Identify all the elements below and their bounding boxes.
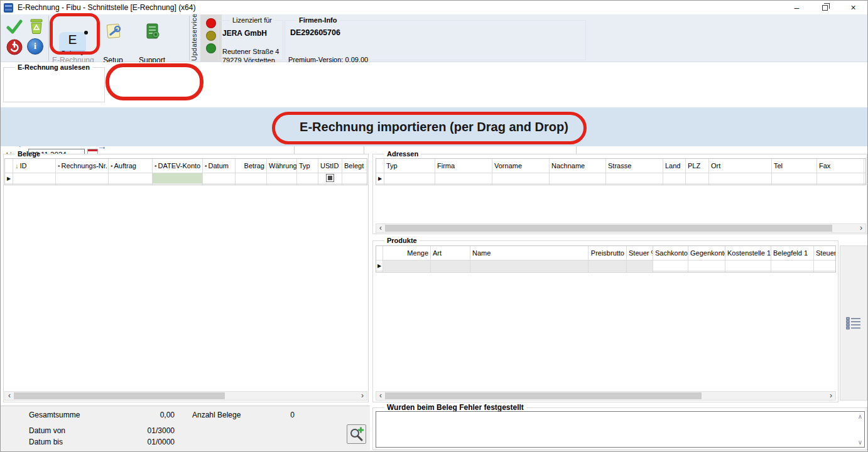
license-legend: Lizenziert für <box>232 16 272 24</box>
produkte-cell[interactable] <box>688 261 725 271</box>
belege-col-auftrag[interactable]: •Auftrag <box>109 159 152 173</box>
belege-cell[interactable] <box>297 173 318 184</box>
minimize-button[interactable]: – <box>783 1 811 14</box>
exit-button[interactable] <box>6 38 23 56</box>
belege-col-waehrung[interactable]: Währung <box>267 159 296 173</box>
adressen-row-selector[interactable]: ▶ <box>376 173 384 184</box>
detail-view-panel[interactable] <box>840 245 867 401</box>
produkte-col-kostenstelle[interactable]: Kostenstelle 1 <box>725 246 771 261</box>
scroll-up-icon[interactable]: ∧ <box>858 413 862 420</box>
produkte-horizontal-scrollbar[interactable]: ‹ › <box>376 391 836 401</box>
adressen-col-vorname[interactable]: Vorname <box>492 159 549 173</box>
adressen-cell[interactable] <box>384 173 435 184</box>
errors-textbox[interactable]: ∧ ∨ <box>376 411 865 448</box>
datum-bis-value: 01/0000 <box>114 438 175 446</box>
adressen-cell[interactable] <box>606 173 663 184</box>
close-button[interactable]: × <box>839 1 867 14</box>
restore-button[interactable] <box>811 1 839 14</box>
adressen-col-typ[interactable]: Typ <box>384 159 435 173</box>
setup-icon <box>104 22 122 40</box>
belege-cell[interactable] <box>109 173 152 184</box>
belege-cell[interactable] <box>267 173 296 184</box>
scroll-right-icon[interactable]: › <box>827 392 835 400</box>
produkte-col-sachkonto[interactable]: Sachkonto <box>653 246 688 261</box>
adressen-col-plz[interactable]: PLZ <box>686 159 708 173</box>
scroll-left-icon[interactable]: ‹ <box>5 392 14 400</box>
belege-cell[interactable] <box>203 173 235 184</box>
produkte-scroll-thumb[interactable] <box>385 392 702 399</box>
adressen-col-ort[interactable]: Ort <box>709 159 771 173</box>
info-button[interactable]: i <box>27 38 43 55</box>
produkte-col-name[interactable]: Name <box>470 246 588 261</box>
adressen-cell[interactable] <box>817 173 864 184</box>
produkte-table: ▶ Menge Art Name Preisbrutto Steuer % Sa… <box>376 245 836 272</box>
scroll-left-icon[interactable]: ‹ <box>376 224 385 232</box>
status-light-yellow-icon <box>206 31 216 41</box>
belege-cell-ustid[interactable] <box>318 173 342 184</box>
belege-cell[interactable] <box>13 173 55 184</box>
produkte-cell[interactable] <box>814 261 836 271</box>
produkte-cell[interactable] <box>627 261 653 271</box>
produkte-col-preisbrutto[interactable]: Preisbrutto <box>589 246 626 261</box>
adressen-scroll-thumb[interactable] <box>385 225 832 232</box>
produkte-col-steuerschluessel[interactable]: Steuersch <box>814 246 836 261</box>
scroll-down-icon[interactable]: ∨ <box>858 439 862 446</box>
produkte-col-art[interactable]: Art <box>431 246 470 261</box>
scroll-right-icon[interactable]: › <box>358 392 367 400</box>
adressen-col-tel[interactable]: Tel <box>772 159 816 173</box>
adressen-col-fax[interactable]: Fax <box>817 159 864 173</box>
belege-cell[interactable] <box>236 173 266 184</box>
produkte-cell[interactable] <box>725 261 771 271</box>
belege-col-rechnungsnr[interactable]: •Rechnungs-Nr. <box>56 159 108 173</box>
scroll-right-icon[interactable]: › <box>857 224 865 232</box>
row-selector-icon: ▶ <box>7 176 11 181</box>
belege-col-betrag[interactable]: Betrag <box>236 159 266 173</box>
adressen-cell[interactable] <box>435 173 492 184</box>
produkte-col-steuer[interactable]: Steuer % <box>627 246 653 261</box>
adressen-cell[interactable] <box>550 173 605 184</box>
belege-col-id[interactable]: ↓ID <box>13 159 55 173</box>
adressen-col-ust[interactable]: Ust <box>864 159 866 173</box>
adressen-cell[interactable] <box>663 173 685 184</box>
belege-col-belegtext[interactable]: Belegt <box>342 159 367 173</box>
belege-col-ustid[interactable]: UStID <box>318 159 342 173</box>
produkte-cell[interactable] <box>653 261 688 271</box>
adressen-cell[interactable] <box>686 173 708 184</box>
adressen-col-land[interactable]: Land <box>663 159 685 173</box>
produkte-cell[interactable] <box>383 261 430 271</box>
status-light-green-icon <box>206 43 216 53</box>
belege-cell[interactable] <box>342 173 367 184</box>
produkte-row-selector[interactable]: ▶ <box>376 261 382 271</box>
adressen-cell[interactable] <box>772 173 816 184</box>
search-zoom-button[interactable] <box>347 424 366 444</box>
delete-button[interactable] <box>27 17 46 36</box>
ustid-checkbox[interactable] <box>326 174 334 182</box>
adressen-cell[interactable] <box>709 173 771 184</box>
drag-drop-banner[interactable]: E-Rechnung importieren (per Drag and Dro… <box>1 107 867 146</box>
belege-horizontal-scrollbar[interactable]: ‹ › <box>4 391 367 401</box>
scroll-left-icon[interactable]: ‹ <box>376 392 385 400</box>
produkte-col-belegfeld[interactable]: Belegfeld 1 <box>771 246 813 261</box>
produkte-cell[interactable] <box>771 261 813 271</box>
belege-col-datum[interactable]: •Datum <box>203 159 235 173</box>
auslesen-legend: E-Rechnung auslesen <box>18 63 90 71</box>
produkte-cell[interactable] <box>589 261 626 271</box>
belege-col-datev-konto[interactable]: •DATEV-Konto <box>153 159 202 173</box>
produkte-cell[interactable] <box>470 261 588 271</box>
belege-cell[interactable] <box>56 173 108 184</box>
produkte-col-menge[interactable]: Menge <box>383 246 430 261</box>
adressen-col-nachname[interactable]: Nachname <box>550 159 605 173</box>
adressen-cell[interactable] <box>492 173 549 184</box>
belege-row-selector[interactable]: ▶ <box>5 173 13 184</box>
produkte-col-gegenkonto[interactable]: Gegenkonto <box>688 246 725 261</box>
produkte-cell[interactable] <box>431 261 470 271</box>
belege-col-typ[interactable]: Typ <box>297 159 318 173</box>
confirm-button[interactable] <box>6 18 23 36</box>
adressen-cell[interactable] <box>864 173 866 184</box>
belege-cell-datev-konto[interactable] <box>153 173 202 184</box>
belege-scroll-thumb[interactable] <box>14 392 225 399</box>
adressen-col-strasse[interactable]: Strasse <box>606 159 663 173</box>
banner-text: E-Rechnung importieren (per Drag and Dro… <box>300 120 568 134</box>
adressen-horizontal-scrollbar[interactable]: ‹ › <box>376 223 866 233</box>
adressen-col-firma[interactable]: Firma <box>435 159 492 173</box>
